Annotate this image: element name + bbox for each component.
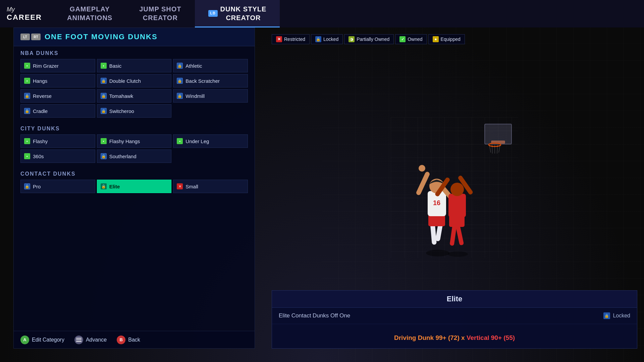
owned-icon: ▪ <box>24 63 30 69</box>
list-item-selected[interactable]: 🔒 Elite <box>97 180 172 193</box>
list-item[interactable]: 🔒 Switcheroo <box>97 104 172 118</box>
lt-button[interactable]: LT <box>20 34 30 40</box>
owned-icon: ▪ <box>24 153 30 159</box>
nba-dunks-title: NBA DUNKS <box>20 50 248 56</box>
owned-icon: ▪ <box>24 78 30 84</box>
edit-category-label: Edit Category <box>32 337 64 343</box>
svg-rect-1 <box>76 340 82 340</box>
back-label: Back <box>128 337 140 343</box>
advance-label: Advance <box>86 337 107 343</box>
info-row-status: 🔒 Locked <box>603 312 630 319</box>
locked-dot: 🔒 <box>315 36 321 42</box>
list-item[interactable]: ▪ Flashy Hangs <box>97 134 172 148</box>
restricted-icon: ✕ <box>177 183 183 189</box>
top-navigation: My CAREER GameplayAnimations Jump ShotCr… <box>0 0 644 27</box>
list-item[interactable]: 🔒 Tomahawk <box>97 89 172 103</box>
locked-icon: 🔒 <box>101 153 107 159</box>
tab-jumpshot-creator[interactable]: Jump ShotCreator <box>126 0 195 27</box>
owned-label: Owned <box>408 37 422 42</box>
logo-career: CAREER <box>7 13 42 21</box>
legend-equipped: ★ Equipped <box>428 34 465 44</box>
locked-icon: 🔒 <box>24 108 30 114</box>
logo: My CAREER <box>0 0 54 27</box>
list-item[interactable]: ▪ Hangs <box>20 74 95 87</box>
list-item[interactable]: 🔒 Back Scratcher <box>173 74 248 87</box>
info-panel: Elite Elite Contact Dunks Off One 🔒 Lock… <box>272 290 637 349</box>
locked-icon: 🔒 <box>177 93 183 99</box>
requirement-text: Driving Dunk 99+ (72) x Vertical 90+ (55… <box>272 324 637 348</box>
list-item[interactable]: 🔒 Windmill <box>173 89 248 103</box>
svg-point-29 <box>450 183 464 196</box>
panel-nav-buttons: LT RT <box>20 34 41 40</box>
tab-gameplay-animations[interactable]: GameplayAnimations <box>54 0 126 27</box>
player-visual: 16 <box>282 48 627 268</box>
list-item[interactable]: 🔒 Athletic <box>173 59 248 72</box>
restricted-dot: ✕ <box>276 36 282 42</box>
restricted-label: Restricted <box>284 37 305 42</box>
contact-dunks-title: CONTACT DUNKS <box>20 171 248 177</box>
locked-icon: 🔒 <box>177 78 183 84</box>
panel-title: ONE FOOT MOVING DUNKS <box>45 33 158 41</box>
list-item[interactable]: ▪ Under Leg <box>173 134 248 148</box>
equipped-label: Equipped <box>441 37 461 42</box>
list-item[interactable]: ▪ Rim Grazer <box>20 59 95 72</box>
legend-restricted: ✕ Restricted <box>272 34 310 44</box>
svg-point-21 <box>419 165 425 172</box>
rt-button[interactable]: RT <box>31 34 41 40</box>
tab-dunk-style-creator[interactable]: LB Dunk StyleCreator <box>195 0 280 27</box>
right-area: ✕ Restricted 🔒 Locked ◑ Partially Owned … <box>265 27 644 362</box>
list-item-empty <box>173 149 248 163</box>
list-item[interactable]: 🔒 Reverse <box>20 89 95 103</box>
list-item[interactable]: ▪ Basic <box>97 59 172 72</box>
a-button[interactable]: A <box>20 336 29 344</box>
req-sep: x <box>460 334 467 341</box>
owned-icon: ▪ <box>101 138 107 144</box>
list-item[interactable]: 🔒 Cradle <box>20 104 95 118</box>
owned-icon: ▪ <box>24 138 30 144</box>
svg-rect-0 <box>76 338 82 339</box>
b-button[interactable]: B <box>117 336 125 344</box>
list-item[interactable]: ✕ Small <box>173 180 248 193</box>
locked-icon: 🔒 <box>101 78 107 84</box>
list-item[interactable]: 🔒 Southerland <box>97 149 172 163</box>
svg-point-22 <box>448 251 468 257</box>
panel-header: LT RT ONE FOOT MOVING DUNKS <box>14 28 255 46</box>
contact-dunks-section: CONTACT DUNKS 🔒 Pro 🔒 Elite ✕ Small <box>14 167 255 197</box>
logo-my: My <box>7 6 15 13</box>
status-text: Locked <box>613 313 630 319</box>
legend-partial: ◑ Partially Owned <box>344 34 394 44</box>
locked-label: Locked <box>323 37 338 42</box>
equipped-dot: ★ <box>433 36 439 42</box>
nba-dunks-grid: ▪ Rim Grazer ▪ Basic 🔒 Athletic ▪ Hangs … <box>20 59 248 118</box>
legend-owned: ✓ Owned <box>395 34 427 44</box>
lock-icon: 🔒 <box>603 312 610 319</box>
svg-text:16: 16 <box>433 199 440 206</box>
owned-icon: ▪ <box>101 63 107 69</box>
list-item[interactable]: ▪ 360s <box>20 149 95 163</box>
partial-dot: ◑ <box>348 36 355 42</box>
list-item[interactable]: 🔒 Pro <box>20 180 95 193</box>
locked-icon: 🔒 <box>101 93 107 99</box>
edit-category-control: A Edit Category <box>20 336 64 344</box>
legend-locked: 🔒 Locked <box>311 34 343 44</box>
svg-point-12 <box>426 250 449 256</box>
city-dunks-grid: ▪ Flashy ▪ Flashy Hangs ▪ Under Leg ▪ 36… <box>20 134 248 163</box>
bottom-controls: A Edit Category Advance B Back <box>14 331 255 348</box>
locked-icon: 🔒 <box>177 63 183 69</box>
info-panel-title: Elite <box>272 291 637 308</box>
list-item[interactable]: 🔒 Double Clutch <box>97 74 172 87</box>
info-row-label: Elite Contact Dunks Off One <box>279 312 598 319</box>
left-panel: LT RT ONE FOOT MOVING DUNKS NBA DUNKS ▪ … <box>13 27 255 349</box>
svg-rect-2 <box>76 341 82 342</box>
req-part1: Driving Dunk 99+ (72) <box>394 334 460 341</box>
svg-rect-26 <box>448 194 466 217</box>
locked-icon: 🔒 <box>101 108 107 114</box>
locked-icon: 🔒 <box>24 183 30 189</box>
locked-icon: 🔒 <box>24 93 30 99</box>
owned-icon: ▪ <box>177 138 183 144</box>
player-svg: 16 <box>391 117 518 258</box>
list-item[interactable]: ▪ Flashy <box>20 134 95 148</box>
menu-button[interactable] <box>74 336 83 344</box>
tab-icon-lb: LB <box>208 10 218 17</box>
city-dunks-section: CITY DUNKS ▪ Flashy ▪ Flashy Hangs ▪ Und… <box>14 122 255 167</box>
